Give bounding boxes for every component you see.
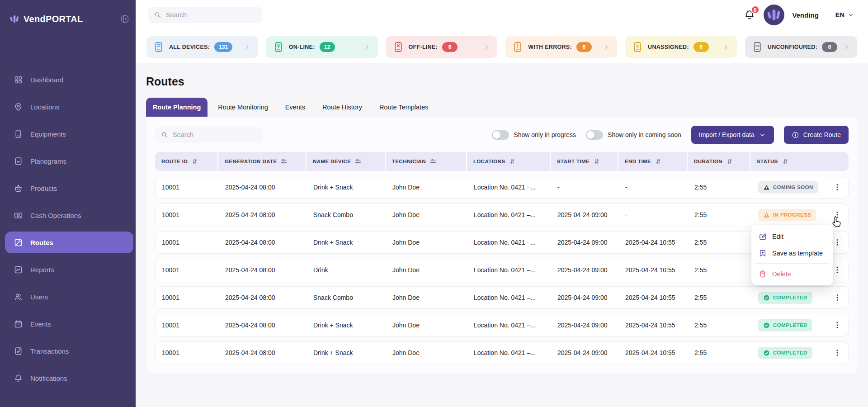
cell-name-device: Drink + Snack [307,239,386,246]
menu-item-save-as-template[interactable]: Save as template [755,245,830,261]
tab-route-templates[interactable]: Route Templates [373,98,435,117]
global-search[interactable] [148,7,262,23]
row-actions-kebab-icon[interactable] [833,348,842,357]
cell-start-time: 2025-04-24 09:00 [551,294,619,301]
cell-name-device: Drink + Snack [307,184,386,191]
cell-name-device: Drink [307,266,386,274]
avatar[interactable] [764,5,784,25]
cell-route-id: 10001 [156,266,219,274]
global-search-input[interactable] [166,11,257,19]
sidebar-collapse-icon[interactable] [120,14,129,24]
device-card-unconfigured[interactable]: </>UNCONFIGURED:6 [745,36,857,58]
vending-machine-icon [273,41,284,53]
device-card-count-badge: 12 [320,42,335,52]
sidebar-item-label: Notifications [30,374,67,382]
svg-text:</>: </> [755,44,760,47]
create-route-button[interactable]: Create Route [784,126,849,144]
cell-route-id: 10001 [156,349,219,356]
tab-route-history[interactable]: Route History [316,98,369,117]
sort-icon[interactable] [593,158,600,165]
row-actions-kebab-icon[interactable] [833,238,842,247]
sort-icon[interactable] [726,158,733,165]
cell-end-time: 2025-04-24 10:55 [619,349,688,356]
row-actions-kebab-icon[interactable] [833,210,842,219]
row-actions-kebab-icon[interactable] [833,321,842,330]
sidebar-item-users[interactable]: Users [0,286,136,308]
row-actions-kebab-icon[interactable] [833,265,842,274]
cell-technician: John Doe [386,266,467,274]
sort-icon[interactable] [655,158,662,165]
device-card-unassigned[interactable]: $UNASSIGNED:6 [625,36,737,58]
cell-duration: 2:55 [688,266,751,274]
table-row: 100012025-04-24 08:00Drink + SnackJohn D… [155,231,849,254]
sort-icon[interactable] [191,158,198,165]
show-only-in-progress-toggle[interactable] [492,130,509,140]
table-row: 100012025-04-24 08:00DrinkJohn DoeLocati… [155,259,849,281]
bell-icon [14,374,23,383]
cell-locations: Location No. 0421 –... [467,239,551,246]
cell-status: COMPLETED [751,347,827,359]
sidebar-item-reports[interactable]: Reports [0,259,136,280]
plus-circle-icon [792,131,799,139]
device-card-with-errors[interactable]: WITH ERRORS:6 [505,36,617,58]
sidebar-item-label: Dashboard [30,76,63,84]
menu-item-label: Edit [772,233,783,240]
sidebar-item-planograms[interactable]: Planograms [0,150,136,172]
sidebar-item-dashboard[interactable]: Dashboard [0,69,136,90]
cell-end-time: 2025-04-24 10:55 [619,239,688,246]
device-card-count-badge: 6 [442,42,458,52]
filter-icon[interactable] [354,158,362,165]
cell-duration: 2:55 [688,294,751,301]
language-selector[interactable]: EN [835,11,854,19]
cell-end-time: - [619,211,688,218]
topbar-right: 8 Vending EN [744,5,855,25]
row-actions-kebab-icon[interactable] [833,293,842,302]
menu-item-delete[interactable]: Delete [755,265,830,282]
status-label: COMING SOON [773,185,813,190]
cell-start-time: - [551,184,619,191]
table-header: ROUTE IDGENERATION DATENAME DEVICETECHNI… [155,152,849,171]
sidebar-item-notifications[interactable]: Notifications [0,367,136,389]
device-card-label: ALL DEVICES: [169,44,210,50]
tab-route-planning[interactable]: Route Planning [146,98,208,117]
tab-events[interactable]: Events [278,98,312,117]
sidebar-item-locations[interactable]: Locations [0,96,136,118]
dashboard-icon [14,75,23,85]
device-card-off-line[interactable]: OFF-LINE:6 [386,36,498,58]
import-export-button[interactable]: Import / Export data [691,126,774,144]
route-map-icon [14,238,23,247]
sidebar-item-routes[interactable]: Routes [5,232,133,253]
cell-status: COMPLETED [751,292,827,304]
sort-icon[interactable] [509,158,516,165]
cell-locations: Location No. 0421 –... [467,349,551,356]
sidebar-item-cash-operations[interactable]: Cash Operations [0,204,136,226]
location-pin-icon [14,102,23,112]
device-card-label: OFF-LINE: [409,44,438,50]
table-toolbar: Show only in progress Show only in comin… [155,126,849,144]
device-card-on-line[interactable]: ON-LINE:12 [266,36,378,58]
device-card-all-devices[interactable]: ALL DEVICES:131 [146,36,258,58]
tab-route-monitoring[interactable]: Route Monitoring [211,98,274,117]
search-icon [160,131,169,139]
vending-machine-icon: </> [751,41,763,53]
warning-triangle-icon [763,184,770,191]
sidebar-item-products[interactable]: Products [0,177,136,199]
cell-actions [827,210,847,219]
filter-icon[interactable] [280,158,288,165]
cell-duration: 2:55 [688,322,751,329]
sidebar-item-equipments[interactable]: Equipments [0,123,136,145]
sort-icon[interactable] [782,158,789,165]
sidebar-item-transactions[interactable]: Transactions [0,340,136,362]
table-search-input[interactable] [173,131,257,138]
filter-icon[interactable] [429,158,437,165]
table-search[interactable] [155,127,263,143]
menu-item-edit[interactable]: Edit [755,228,830,245]
row-actions-kebab-icon[interactable] [833,183,842,192]
cell-end-time: 2025-04-24 10:55 [619,266,688,274]
notifications-button[interactable]: 8 [744,9,755,21]
brand-name: VendPORTAL [24,14,83,24]
show-only-in-coming-soon-toggle[interactable] [586,130,603,140]
chevron-right-icon [363,43,372,52]
chevron-right-icon [842,43,851,52]
sidebar-item-events[interactable]: Events [0,313,136,335]
